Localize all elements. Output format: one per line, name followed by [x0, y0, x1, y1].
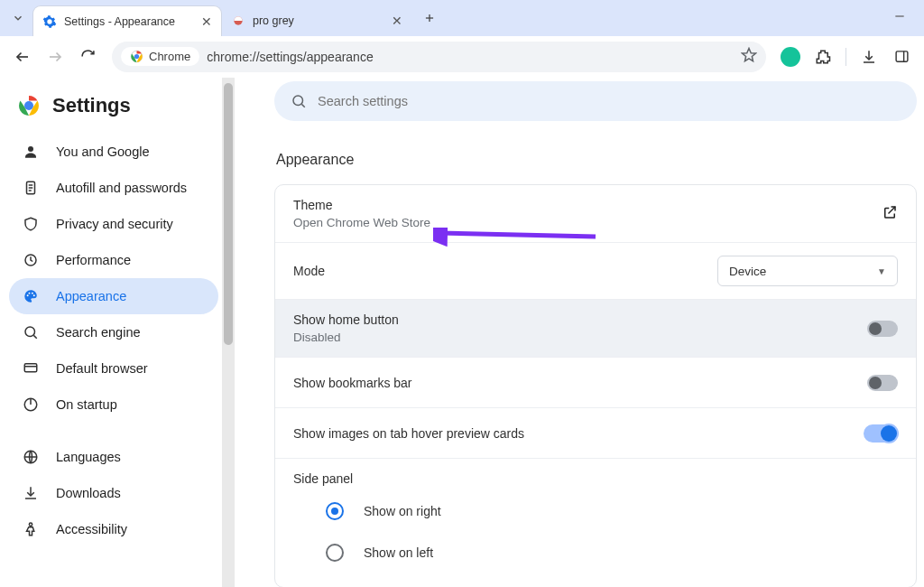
settings-body: Settings You and GoogleAutofill and pass…	[0, 78, 924, 587]
nav-label: Languages	[56, 450, 121, 464]
nav-icon	[22, 360, 40, 377]
sidebar-item-default-browser[interactable]: Default browser	[9, 350, 218, 387]
svg-marker-7	[743, 48, 756, 61]
sidebar-item-downloads[interactable]: Downloads	[9, 475, 218, 511]
side-panel-option-right[interactable]: Show on right	[293, 495, 441, 527]
gear-icon	[42, 14, 57, 29]
sidebar-item-autofill-and-passwords[interactable]: Autofill and passwords	[9, 170, 218, 206]
nav-icon	[22, 449, 40, 465]
tabs-dropdown-chevron[interactable]	[5, 5, 31, 31]
svg-point-23	[25, 327, 35, 337]
search-icon	[291, 93, 307, 109]
svg-rect-25	[24, 364, 37, 372]
settings-search[interactable]	[274, 81, 917, 121]
hover-preview-label: Show images on tab hover preview cards	[293, 426, 864, 441]
dropdown-caret-icon: ▼	[877, 266, 886, 276]
svg-point-20	[29, 293, 31, 294]
close-icon[interactable]: ✕	[392, 14, 402, 28]
sidebar-scrollbar[interactable]	[222, 78, 235, 587]
sidebar-item-accessibility[interactable]: Accessibility	[9, 511, 218, 547]
section-heading: Appearance	[276, 152, 917, 168]
forward-button[interactable]	[42, 43, 69, 70]
radio-unselected-icon	[326, 544, 344, 562]
hover-preview-toggle[interactable]	[864, 424, 898, 443]
theme-favicon-icon	[231, 14, 245, 28]
show-home-row: Show home button Disabled	[275, 299, 916, 357]
bookmarks-bar-toggle[interactable]	[867, 375, 898, 391]
sidebar-item-search-engine[interactable]: Search engine	[9, 314, 218, 350]
nav-label: Appearance	[56, 289, 126, 303]
settings-title: Settings	[52, 94, 131, 117]
side-panel-label: Side panel	[293, 471, 353, 486]
bookmarks-bar-row: Show bookmarks bar	[275, 357, 916, 407]
theme-row[interactable]: Theme Open Chrome Web Store	[275, 185, 916, 242]
mode-select-value: Device	[729, 265, 766, 278]
chip-label: Chrome	[149, 50, 190, 63]
sidebar-item-you-and-google[interactable]: You and Google	[9, 134, 218, 170]
minimize-button[interactable]	[893, 10, 919, 26]
toolbar-divider	[845, 48, 846, 66]
settings-header: Settings	[9, 90, 218, 134]
mode-row: Mode Device ▼	[275, 242, 916, 299]
settings-nav: You and GoogleAutofill and passwordsPriv…	[9, 134, 218, 547]
mode-select[interactable]: Device ▼	[717, 256, 898, 286]
nav-icon	[22, 288, 40, 304]
sidebar-item-privacy-and-security[interactable]: Privacy and security	[9, 206, 218, 242]
svg-point-21	[32, 293, 33, 294]
radio-selected-icon	[326, 502, 344, 520]
nav-label: On startup	[56, 397, 117, 412]
nav-icon	[22, 216, 40, 232]
side-panel-icon[interactable]	[888, 43, 915, 70]
show-home-toggle[interactable]	[867, 321, 898, 337]
svg-line-24	[33, 335, 36, 338]
grammarly-extension-icon[interactable]	[777, 43, 804, 70]
reload-button[interactable]	[74, 43, 101, 70]
appearance-card: Theme Open Chrome Web Store Mode Device …	[274, 184, 917, 587]
show-home-sub: Disabled	[293, 331, 867, 344]
theme-label: Theme	[293, 198, 882, 212]
new-tab-button[interactable]	[417, 5, 442, 31]
svg-point-19	[27, 294, 29, 296]
bookmark-star-icon[interactable]	[741, 47, 757, 67]
nav-label: Accessibility	[56, 522, 127, 536]
close-icon[interactable]: ✕	[201, 14, 212, 29]
tab-title: Settings - Appearance	[64, 15, 194, 28]
sidebar-item-appearance[interactable]: Appearance	[9, 278, 218, 314]
theme-subtitle: Open Chrome Web Store	[293, 216, 882, 229]
nav-label: Performance	[56, 253, 131, 267]
nav-label: Search engine	[56, 325, 141, 340]
nav-label: Privacy and security	[56, 217, 173, 231]
open-external-icon[interactable]	[882, 204, 898, 224]
settings-search-input[interactable]	[318, 94, 901, 108]
show-home-label: Show home button	[293, 312, 867, 327]
downloads-icon[interactable]	[855, 43, 882, 70]
nav-icon	[22, 180, 40, 196]
nav-icon	[22, 144, 40, 160]
svg-rect-9	[896, 51, 908, 61]
sidebar-item-languages[interactable]: Languages	[9, 439, 218, 475]
browser-toolbar: Chrome chrome://settings/appearance	[0, 36, 924, 78]
tab-settings-appearance[interactable]: Settings - Appearance ✕	[32, 5, 222, 36]
nav-icon	[22, 324, 40, 340]
settings-main: Appearance Theme Open Chrome Web Store M…	[235, 78, 924, 587]
nav-icon	[22, 521, 40, 537]
extensions-icon[interactable]	[809, 43, 836, 70]
svg-point-32	[293, 96, 303, 106]
omnibox[interactable]: Chrome chrome://settings/appearance	[112, 42, 766, 72]
svg-point-31	[29, 523, 32, 526]
svg-point-13	[28, 146, 33, 152]
back-button[interactable]	[9, 43, 36, 70]
tab-pro-grey[interactable]: pro grey ✕	[222, 5, 411, 36]
svg-point-22	[33, 294, 35, 296]
chrome-logo-icon	[18, 95, 40, 116]
nav-label: You and Google	[56, 144, 149, 159]
svg-line-33	[301, 104, 304, 107]
nav-icon	[22, 396, 40, 413]
sidebar-item-performance[interactable]: Performance	[9, 242, 218, 278]
nav-label: Downloads	[56, 486, 121, 500]
bookmarks-bar-label: Show bookmarks bar	[293, 376, 867, 390]
side-panel-option-left[interactable]: Show on left	[293, 536, 433, 569]
side-panel-row: Side panel Show on right Show on left	[275, 458, 916, 587]
nav-label: Autofill and passwords	[56, 181, 187, 195]
sidebar-item-on-startup[interactable]: On startup	[9, 387, 218, 423]
